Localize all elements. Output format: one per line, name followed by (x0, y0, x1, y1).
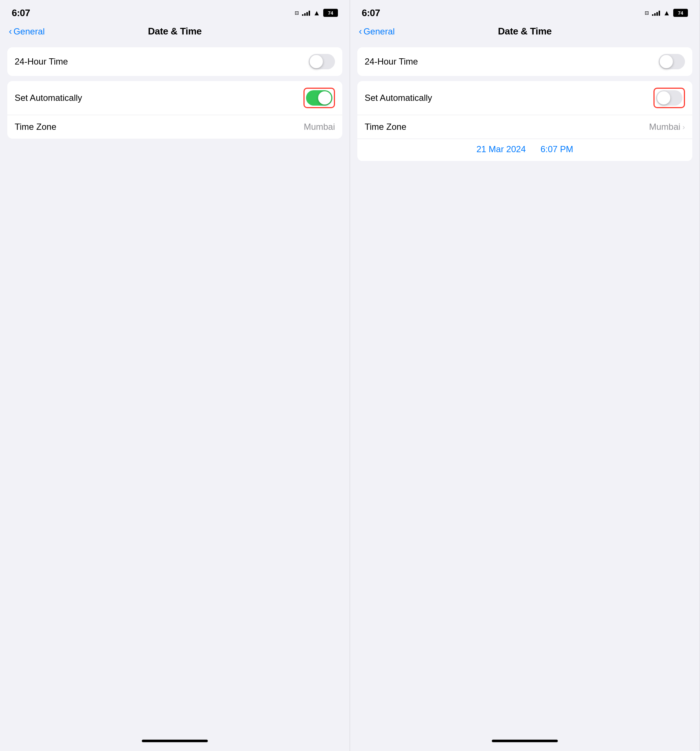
wifi-icon: ▲ (313, 9, 320, 17)
right-group-1: 24-Hour Time (357, 47, 692, 76)
left-24hour-label: 24-Hour Time (15, 56, 68, 67)
left-status-bar: 6:07 ⊟ ▲ 74 (0, 0, 350, 22)
left-24hour-toggle[interactable] (308, 54, 335, 69)
left-nav-header: ‹ General Date & Time (0, 22, 350, 42)
right-set-auto-toggle[interactable] (656, 90, 682, 106)
left-set-auto-label: Set Automatically (15, 93, 82, 103)
right-home-indicator (492, 740, 558, 742)
right-settings-content: 24-Hour Time Set Automatically Time Zone (350, 42, 700, 740)
right-back-chevron-icon: ‹ (359, 26, 362, 36)
right-back-label: General (364, 26, 395, 37)
right-timezone-row[interactable]: Time Zone Mumbai › (357, 115, 692, 139)
right-page-title: Date & Time (498, 26, 552, 37)
right-set-auto-knob (657, 91, 670, 105)
right-24hour-row: 24-Hour Time (357, 47, 692, 76)
left-group-2: Set Automatically Time Zone Mumbai (7, 81, 342, 139)
right-timezone-label: Time Zone (365, 122, 406, 132)
right-datetime-row[interactable]: 21 Mar 2024 6:07 PM (357, 139, 692, 161)
left-set-auto-highlight (304, 88, 335, 108)
right-time: 6:07 (362, 7, 380, 19)
right-timezone-chevron-icon: › (682, 123, 685, 131)
right-back-button[interactable]: ‹ General (359, 26, 395, 37)
left-back-button[interactable]: ‹ General (9, 26, 45, 37)
right-wifi-icon: ▲ (663, 9, 670, 17)
right-battery-icon: 74 (673, 9, 688, 17)
left-24hour-row: 24-Hour Time (7, 47, 342, 76)
right-status-bar: 6:07 ⊟ ▲ 74 (350, 0, 700, 22)
right-set-auto-row: Set Automatically (357, 81, 692, 115)
right-set-auto-highlight (654, 88, 685, 108)
left-time: 6:07 (12, 7, 30, 19)
right-panel: 6:07 ⊟ ▲ 74 ‹ General Date & Time 2 (350, 0, 700, 751)
right-timezone-value-group: Mumbai › (649, 122, 685, 132)
right-time-value: 6:07 PM (541, 144, 573, 155)
lock-icon: ⊟ (294, 10, 299, 16)
right-24hour-toggle[interactable] (658, 54, 685, 69)
left-panel: 6:07 ⊟ ▲ 74 ‹ General Date & Time (0, 0, 350, 751)
right-lock-icon: ⊟ (644, 10, 649, 16)
left-status-icons: ⊟ ▲ 74 (294, 9, 338, 17)
right-date-value: 21 Mar 2024 (476, 144, 526, 155)
right-signal-icon (652, 10, 660, 16)
signal-icon (302, 10, 310, 16)
left-set-auto-knob (318, 91, 331, 105)
left-group-1: 24-Hour Time (7, 47, 342, 76)
left-timezone-label: Time Zone (15, 122, 56, 132)
left-page-title: Date & Time (148, 26, 202, 37)
right-set-auto-label: Set Automatically (365, 93, 432, 103)
left-set-auto-row: Set Automatically (7, 81, 342, 115)
right-status-icons: ⊟ ▲ 74 (644, 9, 688, 17)
left-back-chevron-icon: ‹ (9, 26, 12, 36)
right-timezone-value: Mumbai (649, 122, 680, 132)
left-back-label: General (14, 26, 45, 37)
right-24hour-label: 24-Hour Time (365, 56, 418, 67)
left-timezone-value: Mumbai (304, 122, 335, 132)
left-timezone-row: Time Zone Mumbai (7, 115, 342, 139)
left-set-auto-toggle[interactable] (306, 90, 332, 106)
battery-icon: 74 (323, 9, 338, 17)
right-nav-header: ‹ General Date & Time (350, 22, 700, 42)
right-group-2: Set Automatically Time Zone Mumbai › 21 … (357, 81, 692, 161)
left-settings-content: 24-Hour Time Set Automatically Time Zone… (0, 42, 350, 740)
left-home-indicator (142, 740, 208, 742)
left-24hour-toggle-knob (310, 55, 323, 68)
right-24hour-toggle-knob (660, 55, 673, 68)
